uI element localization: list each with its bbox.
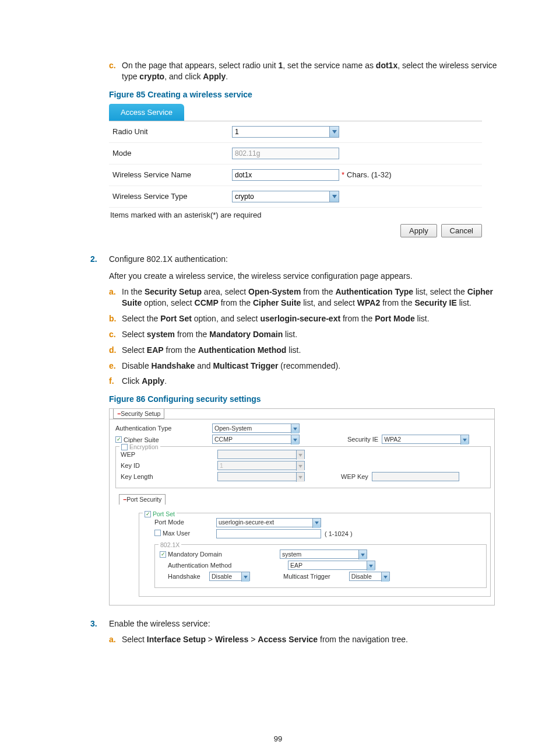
access-service-tab[interactable]: Access Service bbox=[109, 104, 184, 121]
radio-unit-select[interactable] bbox=[232, 126, 339, 138]
wireless-service-name-input[interactable] bbox=[232, 169, 339, 181]
list-marker-e: e. bbox=[109, 360, 122, 372]
multicast-trigger-select[interactable]: Disable bbox=[349, 572, 390, 581]
port-mode-select[interactable]: userlogin-secure-ext bbox=[216, 518, 321, 527]
max-user-input[interactable] bbox=[216, 529, 321, 538]
cipher-suite-select[interactable]: CCMP bbox=[212, 435, 300, 444]
mode-input bbox=[232, 148, 339, 159]
auth-method-label: Authentication Method bbox=[160, 561, 284, 570]
encryption-checkbox[interactable]: Encryption bbox=[121, 443, 159, 451]
max-user-checkbox[interactable]: Max User bbox=[154, 529, 190, 538]
security-setup-tab[interactable]: −Security Setup bbox=[113, 409, 164, 419]
wep-key-input bbox=[372, 472, 459, 481]
security-ie-select[interactable]: WPA2 bbox=[382, 435, 469, 444]
port-mode-label: Port Mode bbox=[144, 518, 213, 527]
figure-85-caption: Figure 85 Creating a wireless service bbox=[109, 89, 501, 100]
figure-86: −Security Setup Authentication Type Open… bbox=[109, 408, 495, 606]
step2-d-text: Select EAP from the Authentication Metho… bbox=[122, 345, 501, 356]
key-length-select bbox=[217, 472, 305, 481]
chevron-down-icon bbox=[296, 473, 304, 482]
chevron-down-icon bbox=[296, 450, 304, 460]
wep-select bbox=[217, 450, 305, 459]
auth-type-select[interactable]: Open-System bbox=[212, 424, 300, 433]
list-marker-3: 3. bbox=[90, 618, 108, 650]
wireless-service-name-label: Wireless Service Name bbox=[109, 170, 232, 180]
list-marker-a: a. bbox=[109, 286, 122, 309]
required-asterisk: * bbox=[342, 170, 344, 180]
figure-85: Access Service Radio Unit Mode bbox=[109, 104, 482, 238]
multicast-trigger-label: Multicast Trigger bbox=[283, 572, 330, 581]
chevron-down-icon[interactable] bbox=[291, 424, 299, 433]
handshake-label: Handshake bbox=[160, 572, 206, 581]
mandatory-domain-select[interactable]: system bbox=[280, 550, 367, 559]
chevron-down-icon[interactable] bbox=[367, 561, 375, 570]
step2-line1: Configure 802.1X authentication: bbox=[109, 254, 501, 265]
mandatory-domain-checkbox[interactable]: Mandatory Domain bbox=[160, 550, 222, 559]
chevron-down-icon[interactable] bbox=[241, 572, 249, 582]
wireless-service-type-select[interactable] bbox=[232, 191, 339, 202]
chevron-down-icon[interactable] bbox=[291, 435, 299, 444]
page-number: 99 bbox=[0, 734, 556, 743]
step2-f-text: Click Apply. bbox=[122, 376, 501, 387]
wep-key-label: WEP Key bbox=[341, 473, 368, 481]
step3-line1: Enable the wireless service: bbox=[109, 618, 501, 629]
list-marker-f: f. bbox=[109, 376, 122, 387]
auth-method-select[interactable]: EAP bbox=[288, 561, 375, 570]
apply-button[interactable]: Apply bbox=[400, 224, 437, 238]
wireless-service-type-value[interactable] bbox=[232, 191, 339, 202]
key-id-select: 1 bbox=[217, 461, 305, 470]
list-marker-c2: c. bbox=[109, 329, 122, 340]
radio-unit-label: Radio Unit bbox=[109, 127, 232, 137]
chevron-down-icon[interactable] bbox=[312, 519, 321, 528]
chevron-down-icon[interactable] bbox=[329, 126, 339, 138]
8021x-legend: 802.1X bbox=[159, 541, 181, 549]
step2-a-text: In the Security Setup area, select Open-… bbox=[122, 286, 501, 309]
wireless-service-type-label: Wireless Service Type bbox=[109, 191, 232, 202]
port-set-checkbox[interactable]: Port Set bbox=[145, 510, 175, 518]
chevron-down-icon[interactable] bbox=[460, 435, 469, 444]
step2-c-text: Select system from the Mandatory Domain … bbox=[122, 329, 501, 340]
step2-e-text: Disable Handshake and Multicast Trigger … bbox=[122, 360, 501, 372]
mode-label: Mode bbox=[109, 148, 232, 159]
required-note: Items marked with an asterisk(*) are req… bbox=[109, 208, 482, 224]
list-marker-d: d. bbox=[109, 345, 122, 356]
chevron-down-icon bbox=[296, 461, 304, 471]
list-marker-3a: a. bbox=[109, 634, 122, 645]
list-marker-2: 2. bbox=[90, 254, 108, 606]
list-marker-c: c. bbox=[109, 60, 122, 82]
security-ie-label: Security IE bbox=[347, 435, 378, 444]
radio-unit-value[interactable] bbox=[232, 126, 339, 138]
max-user-hint: ( 1-1024 ) bbox=[325, 530, 353, 538]
wireless-service-name-hint: Chars. (1-32) bbox=[347, 170, 392, 180]
chevron-down-icon[interactable] bbox=[381, 572, 389, 582]
handshake-select[interactable]: Disable bbox=[209, 572, 250, 581]
step2-line2: After you create a wireless service, the… bbox=[109, 271, 501, 282]
cancel-button[interactable]: Cancel bbox=[441, 224, 482, 238]
key-id-label: Key ID bbox=[121, 461, 214, 470]
auth-type-label: Authentication Type bbox=[115, 424, 209, 433]
chevron-down-icon[interactable] bbox=[358, 550, 367, 559]
step2-b-text: Select the Port Set option, and select u… bbox=[122, 313, 501, 324]
figure-86-caption: Figure 86 Configuring security settings bbox=[109, 394, 501, 405]
list-marker-b: b. bbox=[109, 313, 122, 324]
key-length-label: Key Length bbox=[121, 473, 214, 481]
chevron-down-icon[interactable] bbox=[329, 191, 339, 202]
step3-a-text: Select Interface Setup > Wireless > Acce… bbox=[122, 634, 501, 645]
port-security-tab[interactable]: −Port Security bbox=[119, 494, 166, 504]
step-c-text: On the page that appears, select radio u… bbox=[122, 60, 501, 82]
